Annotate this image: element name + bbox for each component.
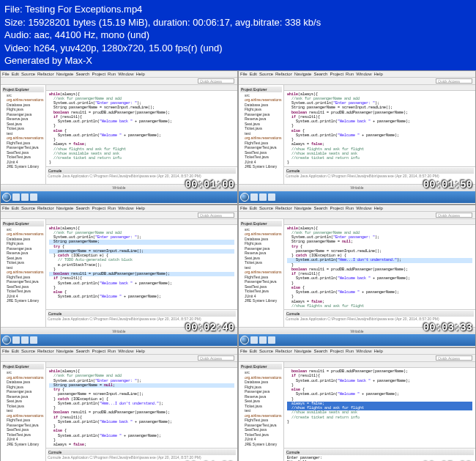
code-area[interactable]: while(always){ //ask for passengerName a…: [46, 368, 237, 448]
menu-run[interactable]: Run: [108, 349, 116, 353]
menu-window[interactable]: Window: [118, 349, 133, 353]
menu-edit[interactable]: Edit: [250, 206, 257, 210]
quick-access-input[interactable]: Quick Access: [198, 213, 234, 218]
taskbar-icon[interactable]: [259, 193, 267, 201]
project-explorer[interactable]: Project Explorer srcorg.airline.reservat…: [1, 362, 46, 461]
menu-refactor[interactable]: Refactor: [275, 72, 292, 76]
taskbar-icon[interactable]: [21, 193, 29, 201]
menu-refactor[interactable]: Refactor: [37, 72, 54, 76]
project-explorer[interactable]: Project Explorer srcorg.airline.reservat…: [1, 85, 46, 184]
menu-help[interactable]: Help: [135, 206, 144, 210]
editor-tabs[interactable]: [46, 85, 237, 91]
menu-edit[interactable]: Edit: [12, 349, 19, 353]
tree-item[interactable]: org.airline.reservations: [2, 270, 44, 275]
taskbar-icon[interactable]: [259, 336, 267, 344]
menu-run[interactable]: Run: [108, 206, 116, 210]
console-panel[interactable]: Console Enter passenger: Mike Kelly Welc…: [284, 448, 475, 461]
menu-file[interactable]: File: [240, 206, 248, 210]
menu-help[interactable]: Help: [373, 206, 382, 210]
editor-tabs[interactable]: [284, 85, 475, 91]
project-explorer[interactable]: Project Explorer srcorg.airline.reservat…: [239, 85, 284, 184]
menu-run[interactable]: Run: [346, 349, 354, 353]
menu-file[interactable]: File: [2, 349, 10, 353]
tree-item[interactable]: org.airline.reservations: [2, 136, 44, 141]
menu-edit[interactable]: Edit: [250, 72, 257, 76]
quick-access-input[interactable]: Quick Access: [436, 355, 472, 361]
menu-search[interactable]: Search: [313, 206, 327, 210]
tree-item[interactable]: PassengerTest.java: [240, 145, 282, 150]
menu-source[interactable]: Source: [259, 72, 273, 76]
menu-search[interactable]: Search: [75, 72, 89, 76]
taskbar-icon[interactable]: [250, 336, 258, 344]
menu-navigate[interactable]: Navigate: [294, 72, 312, 76]
menu-file[interactable]: File: [240, 349, 248, 353]
taskbar-icon[interactable]: [268, 193, 275, 201]
project-explorer[interactable]: Project Explorer srcorg.airline.reservat…: [239, 219, 284, 328]
menu-run[interactable]: Run: [346, 206, 354, 210]
menu-project[interactable]: Project: [330, 349, 343, 353]
taskbar[interactable]: [1, 191, 237, 203]
menu-file[interactable]: File: [2, 206, 10, 210]
console-panel[interactable]: Console Console Java Application C:\Prog…: [46, 448, 237, 461]
menu-search[interactable]: Search: [75, 349, 89, 353]
menu-project[interactable]: Project: [92, 349, 105, 353]
tree-item[interactable]: org.airline.reservations: [240, 97, 282, 103]
code-area[interactable]: boolean result1 = prodDB.addPassenger(pa…: [284, 368, 475, 448]
menu-search[interactable]: Search: [313, 72, 327, 76]
tree-item[interactable]: org.airline.reservations: [240, 136, 282, 141]
quick-access-input[interactable]: Quick Access: [436, 213, 472, 218]
quick-access-input[interactable]: Quick Access: [198, 78, 234, 84]
taskbar-icon[interactable]: [21, 336, 29, 344]
project-explorer[interactable]: Project Explorer srcorg.airline.reservat…: [1, 219, 46, 328]
menu-source[interactable]: Source: [259, 206, 273, 210]
tree-item[interactable]: JRE System Library: [240, 442, 282, 447]
menu-edit[interactable]: Edit: [250, 349, 257, 353]
menu-project[interactable]: Project: [330, 206, 343, 210]
start-orb-icon[interactable]: [2, 336, 11, 344]
start-orb-icon[interactable]: [240, 193, 249, 202]
tree-item[interactable]: JRE System Library: [2, 164, 44, 169]
menu-refactor[interactable]: Refactor: [37, 349, 54, 353]
menu-window[interactable]: Window: [356, 206, 371, 210]
menu-search[interactable]: Search: [75, 206, 89, 210]
menu-navigate[interactable]: Navigate: [294, 206, 312, 210]
menu-window[interactable]: Window: [356, 72, 371, 76]
taskbar[interactable]: [1, 334, 237, 346]
tree-item[interactable]: org.airline.reservations: [2, 97, 44, 103]
menu-file[interactable]: File: [240, 72, 248, 76]
menu-search[interactable]: Search: [313, 349, 327, 353]
editor-tabs[interactable]: [284, 362, 475, 368]
quick-access-input[interactable]: Quick Access: [436, 78, 472, 84]
menu-refactor[interactable]: Refactor: [37, 206, 54, 210]
menu-project[interactable]: Project: [330, 72, 343, 76]
tree-item[interactable]: JRE System Library: [2, 442, 44, 447]
tree-item[interactable]: PassengerTest.java: [240, 279, 282, 284]
taskbar-icon[interactable]: [12, 193, 20, 201]
menu-source[interactable]: Source: [21, 349, 35, 353]
menu-project[interactable]: Project: [92, 72, 105, 76]
menu-refactor[interactable]: Refactor: [275, 206, 292, 210]
tree-item[interactable]: JRE System Library: [240, 298, 282, 303]
menu-navigate[interactable]: Navigate: [294, 349, 312, 353]
tree-item[interactable]: org.airline.reservations: [2, 232, 44, 237]
quick-access-input[interactable]: Quick Access: [198, 355, 234, 361]
project-explorer[interactable]: Project Explorer srcorg.airline.reservat…: [239, 362, 284, 461]
menu-navigate[interactable]: Navigate: [56, 206, 74, 210]
menu-window[interactable]: Window: [118, 206, 133, 210]
menu-help[interactable]: Help: [373, 72, 382, 76]
tree-item[interactable]: JRE System Library: [240, 164, 282, 169]
editor-tabs[interactable]: [46, 219, 237, 225]
editor-tabs[interactable]: [284, 219, 475, 225]
code-area[interactable]: while(always){ //ask for passengerName a…: [46, 225, 237, 310]
menu-help[interactable]: Help: [135, 349, 144, 353]
editor-tabs[interactable]: [46, 362, 237, 368]
menu-run[interactable]: Run: [346, 72, 354, 76]
taskbar[interactable]: [239, 334, 475, 346]
taskbar-icon[interactable]: [268, 336, 275, 344]
taskbar[interactable]: [239, 191, 475, 203]
menu-project[interactable]: Project: [92, 206, 105, 210]
menu-source[interactable]: Source: [21, 72, 35, 76]
tree-item[interactable]: org.airline.reservations: [240, 232, 282, 237]
taskbar-icon[interactable]: [250, 193, 258, 201]
menu-help[interactable]: Help: [135, 72, 144, 76]
